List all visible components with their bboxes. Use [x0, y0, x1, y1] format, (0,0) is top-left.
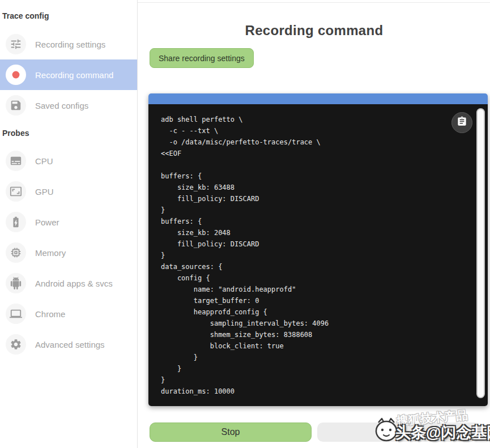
sidebar-item-advanced-settings[interactable]: Advanced settings	[0, 329, 137, 360]
sidebar-item-label: Android apps & svcs	[35, 279, 113, 288]
sidebar-item-recording-command[interactable]: Recording command	[0, 59, 137, 90]
recording-command-code-block: adb shell perfetto \ -c - --txt \ -o /da…	[148, 93, 488, 406]
save-icon	[6, 95, 26, 116]
sidebar-item-chrome[interactable]: Chrome	[0, 298, 137, 329]
clipboard-icon	[457, 116, 467, 129]
cancel-button[interactable]	[317, 423, 480, 442]
android-robot-icon	[6, 273, 26, 293]
cpu-card-icon	[6, 151, 26, 171]
battery-charging-icon	[6, 212, 26, 232]
copy-to-clipboard-button[interactable]	[451, 112, 472, 133]
tune-icon	[6, 34, 26, 54]
sidebar-item-label: Power	[35, 217, 59, 227]
sidebar-item-label: Recording command	[35, 70, 113, 80]
sidebar: Trace configRecording settingsRecording …	[0, 0, 138, 448]
sidebar-item-label: GPU	[35, 187, 54, 197]
sidebar-item-android-apps-svcs[interactable]: Android apps & svcs	[0, 268, 137, 298]
code-block-body: adb shell perfetto \ -c - --txt \ -o /da…	[148, 104, 488, 406]
sidebar-item-label: Saved configs	[35, 101, 88, 110]
code-block-top-bar	[148, 93, 488, 104]
share-recording-settings-button[interactable]: Share recording settings	[150, 48, 254, 68]
sidebar-item-memory[interactable]: Memory	[0, 237, 137, 268]
page-title: Recording command	[138, 23, 490, 39]
code-scrollbar-thumb[interactable]	[478, 109, 484, 397]
code-text: adb shell perfetto \ -c - --txt \ -o /da…	[148, 104, 488, 406]
sidebar-item-label: Advanced settings	[35, 340, 105, 349]
gear-icon	[6, 334, 26, 355]
aspect-ratio-icon	[6, 181, 26, 202]
sidebar-item-label: CPU	[35, 156, 53, 166]
record-icon	[6, 65, 26, 85]
sidebar-item-label: Memory	[35, 248, 66, 258]
sidebar-item-gpu[interactable]: GPU	[0, 176, 137, 207]
sidebar-item-power[interactable]: Power	[0, 207, 137, 237]
sidebar-sections: Trace configRecording settingsRecording …	[0, 10, 137, 360]
laptop-icon	[6, 304, 26, 324]
section-header-trace-config: Trace config	[0, 10, 137, 22]
stop-button[interactable]: Stop	[150, 423, 312, 442]
sidebar-item-saved-configs[interactable]: Saved configs	[0, 90, 137, 121]
code-scrollbar-track[interactable]	[476, 108, 485, 398]
sidebar-item-cpu[interactable]: CPU	[0, 146, 137, 176]
sidebar-item-label: Chrome	[35, 309, 65, 319]
sidebar-item-recording-settings[interactable]: Recording settings	[0, 29, 137, 59]
memory-chip-icon	[6, 242, 26, 263]
sidebar-item-label: Recording settings	[35, 40, 105, 49]
section-header-probes: Probes	[0, 127, 137, 139]
